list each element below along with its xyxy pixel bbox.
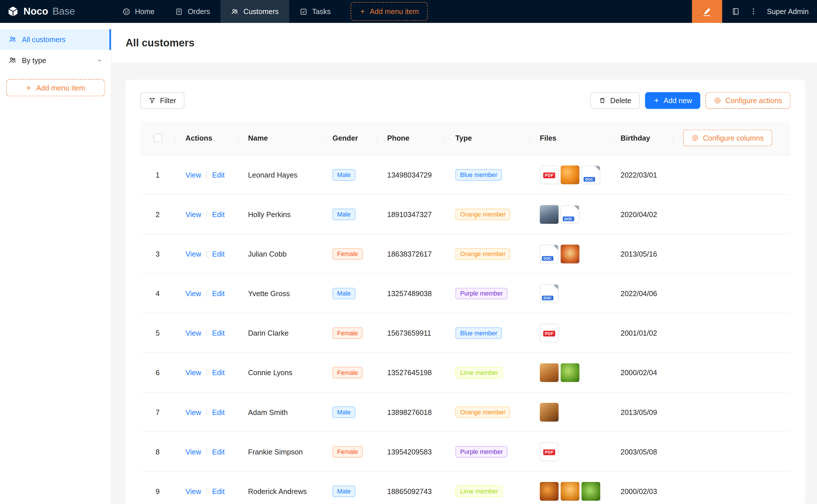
edit-link[interactable]: Edit [212,210,225,218]
docs-icon[interactable] [732,7,740,15]
gender-tag: Male [333,288,356,299]
plus-icon [359,8,366,15]
doc-file-icon[interactable]: DOC [561,205,579,223]
image-thumbnail[interactable] [540,403,558,421]
current-user[interactable]: Super Admin [767,7,809,15]
type-tag: Blue member [455,327,502,338]
gender-tag: Female [333,327,363,338]
edit-link[interactable]: Edit [212,170,225,179]
sidebar-add-menu-item-button[interactable]: Add menu item [6,79,105,96]
row-index: 2 [156,210,160,218]
row-index: 6 [156,368,160,377]
pdf-file-icon[interactable]: PDF [540,165,558,184]
delete-button[interactable]: Delete [590,92,640,109]
files-cell: PDF [529,432,610,471]
configure-actions-button[interactable]: Configure actions [706,92,790,109]
sidebar-item-all-customers[interactable]: All customers [0,29,111,50]
doc-file-icon[interactable]: DOC [581,165,600,184]
image-thumbnail[interactable] [561,482,579,500]
nav-item-home[interactable]: Home [112,0,165,23]
more-options-icon[interactable] [749,7,757,15]
navbar-add-menu-item-label: Add menu item [370,7,419,15]
files-cell: DOC [529,274,610,313]
customer-name: Roderick Andrews [248,487,307,495]
image-thumbnail[interactable] [561,363,579,382]
view-link[interactable]: View [185,170,201,179]
phone-number: 13498034729 [387,170,432,179]
row-index: 5 [156,329,160,337]
doc-file-icon[interactable]: DOC [540,244,558,263]
configure-columns-button[interactable]: Configure columns [683,130,772,146]
action-divider [207,171,207,178]
sidebar: All customers By type Add menu item [0,23,111,504]
row-index: 8 [156,447,160,456]
customer-name: Leonard Hayes [248,170,298,179]
view-link[interactable]: View [185,447,201,456]
phone-number: 13527645198 [387,368,432,377]
add-new-button[interactable]: Add new [645,92,700,109]
customers-table-card: Filter Delete Add new [125,80,805,504]
top-navbar: NocoBase Home Orders Customers Tasks Add [0,0,817,23]
action-divider [207,448,207,455]
birthday-value: 2022/04/06 [621,289,657,298]
trash-icon [599,97,606,104]
highlighter-pen-icon [702,7,712,17]
nav-item-orders[interactable]: Orders [165,0,221,23]
pdf-file-icon[interactable]: PDF [540,442,558,461]
toolbar-right-group: Delete Add new Configure actions [590,92,791,109]
tasks-icon [300,7,307,15]
sidebar-item-label: All customers [22,36,66,44]
table-row: 3 View Edit Julian Cobb Female 186383726… [140,234,790,274]
page-header: All customers [111,23,817,62]
action-divider [207,408,207,416]
main-content: All customers Filter Delete [111,23,817,504]
edit-link[interactable]: Edit [212,408,225,416]
image-thumbnail[interactable] [540,205,558,223]
view-link[interactable]: View [185,408,201,416]
logo-text-base: Base [52,6,75,17]
edit-link[interactable]: Edit [212,250,225,258]
edit-link[interactable]: Edit [212,289,225,298]
view-link[interactable]: View [185,289,201,298]
select-all-checkbox[interactable] [153,134,162,142]
view-link[interactable]: View [185,329,201,337]
image-thumbnail[interactable] [540,482,558,500]
row-index: 4 [156,289,160,298]
gender-tag: Male [333,485,356,497]
pdf-file-icon[interactable]: PDF [540,324,558,342]
action-divider [207,250,207,257]
filter-button[interactable]: Filter [140,92,184,109]
customer-name: Yvette Gross [248,289,290,298]
sidebar-item-by-type[interactable]: By type [0,50,111,71]
edit-link[interactable]: Edit [212,447,225,456]
nav-item-label: Tasks [312,7,331,15]
row-index: 3 [156,250,160,258]
nocobase-logo[interactable]: NocoBase [0,5,112,18]
image-thumbnail[interactable] [540,363,558,382]
edit-link[interactable]: Edit [212,368,225,377]
view-link[interactable]: View [185,368,201,377]
image-thumbnail[interactable] [561,244,579,263]
ui-editor-button[interactable] [692,0,722,23]
view-link[interactable]: View [185,250,201,258]
view-link[interactable]: View [185,487,201,495]
customer-name: Julian Cobb [248,250,286,258]
edit-link[interactable]: Edit [212,487,225,495]
edit-link[interactable]: Edit [212,329,225,337]
image-thumbnail[interactable] [561,165,579,184]
nav-item-customers[interactable]: Customers [221,0,289,23]
filter-button-label: Filter [160,96,176,105]
doc-file-icon[interactable]: DOC [540,284,558,303]
logo-text-noco: Noco [23,6,48,17]
image-thumbnail[interactable] [581,482,600,500]
column-header-name: Name [238,121,322,155]
phone-number: 18910347327 [387,210,432,218]
birthday-value: 2013/05/09 [621,408,657,416]
view-link[interactable]: View [185,210,201,218]
navbar-add-menu-item-button[interactable]: Add menu item [351,2,428,21]
birthday-value: 2013/05/16 [621,250,657,258]
sidebar-item-label: By type [22,56,46,64]
column-header-files: Files [529,121,610,155]
nav-item-tasks[interactable]: Tasks [289,0,341,23]
column-header-gender: Gender [322,121,377,155]
